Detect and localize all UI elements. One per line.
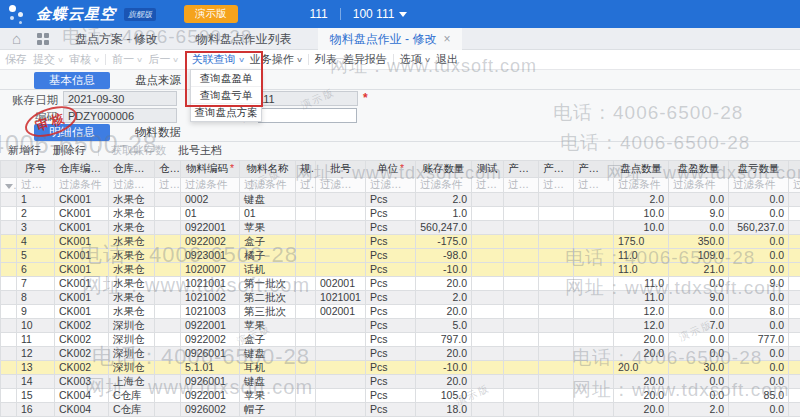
cell[interactable] [574,249,614,263]
filter-cell[interactable]: 过滤条件 [109,178,155,193]
cell[interactable] [155,403,181,417]
cell[interactable]: 0.0 [669,347,729,361]
cell[interactable]: 20.0 [614,333,669,347]
cell[interactable] [539,193,574,207]
filter-cell[interactable]: 过滤条件 [155,178,181,193]
cell[interactable]: CK001 [55,249,109,263]
cell[interactable]: Pcs [366,193,416,207]
cell[interactable]: 12 [17,347,55,361]
cell[interactable]: 1021001 [316,291,366,305]
cell[interactable]: Pcs [366,389,416,403]
cell[interactable]: Pcs [366,207,416,221]
detail-tab-2[interactable]: 物料数据 [120,124,196,141]
cell[interactable]: 0923001 [181,249,240,263]
table-row[interactable]: 11CK002深圳仓0922002盒子Pcs797.020.00.0777.0 [1,333,800,347]
filter-cell[interactable]: 过滤条件 [55,178,109,193]
column-header[interactable]: 批号 [316,161,366,178]
cell[interactable] [539,403,574,417]
cell[interactable]: 橘子 [240,249,296,263]
table-row[interactable]: 8CK001水果仓1021002第二批次1021001Pcs2.011.09.0… [1,291,800,305]
cell[interactable]: 0922001 [181,319,240,333]
cell[interactable]: Pcs [366,403,416,417]
cell[interactable]: Pcs [366,221,416,235]
cell[interactable] [504,389,539,403]
cell[interactable] [504,249,539,263]
cell[interactable]: 深圳仓 [109,319,155,333]
cell[interactable] [539,249,574,263]
cell[interactable]: 175.0 [614,235,669,249]
cell[interactable] [472,361,504,375]
filter-cell[interactable]: 过滤条件 [669,178,729,193]
cell[interactable] [574,235,614,249]
toolbar-button-10[interactable]: 选项∨ [397,52,433,67]
cell[interactable]: 第二批次 [240,291,296,305]
cell[interactable]: 水果仓 [109,235,155,249]
cell[interactable]: 21.0 [669,263,729,277]
cell[interactable]: 深圳仓 [109,361,155,375]
cell[interactable]: Pcs [366,333,416,347]
filter-cell[interactable]: 过滤条件 [17,178,55,193]
cell[interactable]: CK001 [55,305,109,319]
cell[interactable]: 水果仓 [109,221,155,235]
window-tab-1[interactable]: 盘点方案 - 修改 [63,28,170,50]
filter-cell[interactable]: 过滤条件 [181,178,240,193]
cell[interactable] [539,221,574,235]
cell[interactable]: 12.0 [614,319,669,333]
cell[interactable] [472,291,504,305]
cell[interactable]: 盒子 [240,333,296,347]
cell[interactable] [296,207,316,221]
cell[interactable] [574,277,614,291]
cell[interactable] [504,347,539,361]
cell[interactable]: 0.0 [729,193,789,207]
cell[interactable]: 1 [17,193,55,207]
cell[interactable]: 键盘 [240,193,296,207]
cell[interactable]: 7.0 [669,319,729,333]
cell[interactable]: 0.0 [729,347,789,361]
column-header[interactable]: 产品系列 [539,161,574,178]
cell[interactable]: 0.0 [669,389,729,403]
cell[interactable]: 11.0 [614,277,669,291]
cell[interactable]: 水果仓 [109,277,155,291]
cell[interactable]: 11 [17,333,55,347]
cell[interactable]: 0922001 [181,221,240,235]
filter-cell[interactable]: 过滤条件 [539,178,574,193]
cell[interactable] [296,263,316,277]
cell[interactable] [296,249,316,263]
filter-cell[interactable]: 过滤条件 [472,178,504,193]
cell[interactable] [539,291,574,305]
column-header[interactable]: 仓库名称 [109,161,155,178]
cell[interactable] [539,319,574,333]
cell[interactable]: 2.0 [669,403,729,417]
filter-cell[interactable]: 过滤条件 [614,178,669,193]
cell[interactable]: 0.0 [729,403,789,417]
cell[interactable]: 键盘 [240,347,296,361]
cell[interactable]: 5 [17,249,55,263]
cell[interactable]: CK004 [55,403,109,417]
cell[interactable] [296,347,316,361]
cell[interactable]: Pcs [366,305,416,319]
cell[interactable] [155,235,181,249]
cell[interactable]: -10.0 [416,263,472,277]
window-tab-3[interactable]: 物料盘点作业 - 修改× [318,28,463,50]
cell[interactable] [155,193,181,207]
column-header[interactable]: 物料编码* [181,161,240,178]
cell[interactable]: 9.0 [669,291,729,305]
cell[interactable]: 12.0 [614,305,669,319]
cell[interactable]: 002001 [316,277,366,291]
cell[interactable] [296,403,316,417]
cell[interactable]: 水果仓 [109,305,155,319]
cell[interactable] [316,207,366,221]
cell[interactable]: Pcs [366,277,416,291]
cell[interactable]: 0002 [181,193,240,207]
table-row[interactable]: 16CK004C仓库0926002帽子Pcs18.020.02.00.0 [1,403,800,417]
cell[interactable]: 6 [17,263,55,277]
cell[interactable]: CK003 [55,375,109,389]
cell[interactable] [574,375,614,389]
book-date-field[interactable] [63,91,177,106]
cell[interactable]: CK001 [55,207,109,221]
cell[interactable] [472,333,504,347]
cell[interactable] [504,305,539,319]
cell[interactable]: 0.0 [669,305,729,319]
cell[interactable]: 560,237.0 [729,221,789,235]
filter-cell[interactable]: 过滤条件 [504,178,539,193]
